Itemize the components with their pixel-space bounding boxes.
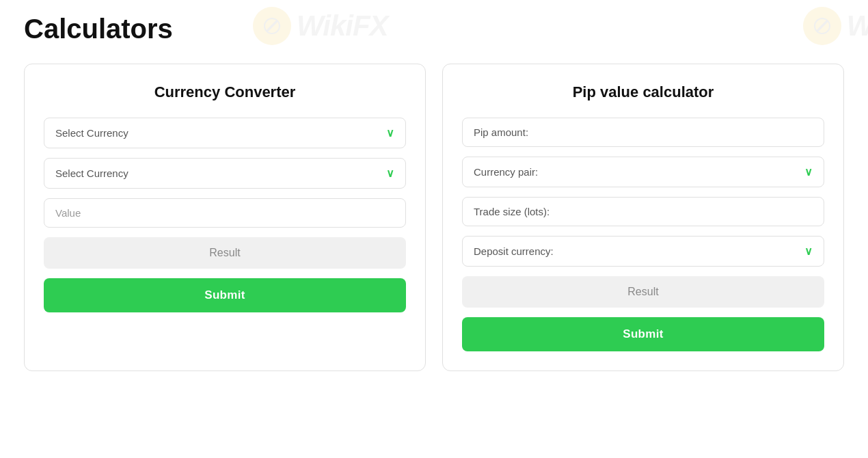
- page-title: Calculators: [24, 14, 844, 44]
- value-field: [44, 198, 406, 228]
- currency-pair-dropdown[interactable]: Currency pair: ∨: [462, 157, 824, 187]
- currency-converter-title: Currency Converter: [44, 83, 406, 101]
- currency-pair-label: Currency pair:: [474, 166, 538, 178]
- select-currency-2-field: Select Currency ∨: [44, 158, 406, 189]
- currency-pair-field: Currency pair: ∨: [462, 157, 824, 187]
- deposit-currency-label: Deposit currency:: [474, 245, 554, 257]
- pip-amount-field: Pip amount:: [462, 118, 824, 147]
- pip-amount-row: Pip amount:: [462, 118, 824, 147]
- trade-size-label: Trade size (lots):: [474, 206, 813, 217]
- pip-calculator-submit-button[interactable]: Submit: [462, 317, 824, 351]
- pip-result-display: Result: [462, 276, 824, 308]
- pip-calculator-card: Pip value calculator Pip amount: Currenc…: [442, 64, 844, 371]
- deposit-currency-field: Deposit currency: ∨: [462, 236, 824, 267]
- pip-calculator-title: Pip value calculator: [462, 83, 824, 101]
- deposit-currency-dropdown[interactable]: Deposit currency: ∨: [462, 236, 824, 267]
- select-currency-2-label: Select Currency: [55, 167, 128, 179]
- select-currency-2-dropdown[interactable]: Select Currency ∨: [44, 158, 406, 189]
- page-content: Calculators Currency Converter Select Cu…: [0, 0, 868, 385]
- select-currency-1-dropdown[interactable]: Select Currency ∨: [44, 118, 406, 148]
- trade-size-row: Trade size (lots):: [462, 197, 824, 226]
- trade-size-field: Trade size (lots):: [462, 197, 824, 226]
- select-currency-1-label: Select Currency: [55, 127, 128, 139]
- pip-amount-label: Pip amount:: [474, 126, 813, 138]
- chevron-down-icon-1: ∨: [386, 126, 394, 139]
- currency-converter-submit-button[interactable]: Submit: [44, 278, 406, 312]
- chevron-down-icon-3: ∨: [804, 165, 813, 178]
- calculators-grid: Currency Converter Select Currency ∨ Sel…: [24, 64, 844, 371]
- chevron-down-icon-2: ∨: [386, 167, 394, 180]
- select-currency-1-field: Select Currency ∨: [44, 118, 406, 148]
- result-display: Result: [44, 237, 406, 269]
- chevron-down-icon-4: ∨: [804, 245, 813, 258]
- currency-converter-card: Currency Converter Select Currency ∨ Sel…: [24, 64, 426, 371]
- value-input[interactable]: [44, 198, 406, 228]
